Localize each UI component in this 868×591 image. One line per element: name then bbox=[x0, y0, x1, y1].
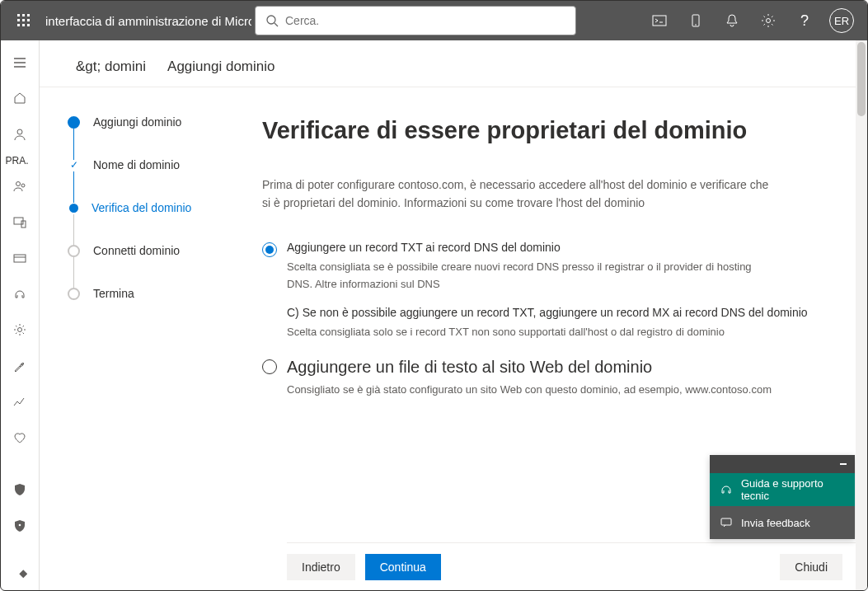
search-box[interactable] bbox=[255, 6, 576, 35]
svg-point-23 bbox=[19, 523, 21, 526]
health-icon[interactable] bbox=[3, 422, 36, 453]
radio-txt-record[interactable] bbox=[262, 242, 277, 257]
help-support-button[interactable]: Guida e supporto tecnic bbox=[710, 473, 855, 506]
svg-rect-4 bbox=[22, 19, 25, 21]
headset-icon bbox=[720, 483, 733, 496]
option-file-title: Aggiungere un file di testo al sito Web … bbox=[287, 358, 826, 377]
all-apps-icon[interactable] bbox=[3, 559, 36, 590]
feedback-icon bbox=[720, 516, 733, 529]
breadcrumb-add-domain[interactable]: Aggiungi dominio bbox=[167, 59, 274, 75]
svg-point-15 bbox=[17, 129, 22, 134]
svg-line-10 bbox=[274, 23, 278, 26]
notifications-icon[interactable] bbox=[714, 1, 750, 40]
shield-icon[interactable] bbox=[3, 475, 36, 506]
svg-rect-20 bbox=[14, 255, 26, 262]
main-area: &gt; domini Aggiungi dominio Aggiungi do… bbox=[40, 40, 867, 590]
close-button[interactable]: Chiudi bbox=[780, 554, 842, 580]
option-mx-title: C) Se non è possibile aggiungere un reco… bbox=[287, 306, 826, 319]
wrench-icon[interactable] bbox=[3, 350, 36, 382]
search-input[interactable] bbox=[285, 14, 565, 27]
svg-point-9 bbox=[267, 16, 275, 24]
svg-rect-8 bbox=[27, 24, 30, 26]
wizard-stepper: Aggiungi dominio ✓ Nome di dominio Verif… bbox=[40, 87, 262, 542]
option-mx-desc: Scelta consigliata solo se i record TXT … bbox=[287, 324, 773, 341]
send-feedback-button[interactable]: Invia feedback bbox=[710, 506, 855, 539]
svg-rect-24 bbox=[19, 570, 27, 579]
svg-rect-6 bbox=[17, 24, 20, 26]
devices-icon[interactable] bbox=[3, 207, 36, 238]
svg-point-13 bbox=[695, 24, 697, 26]
option-file-desc: Consigliato se è già stato configurato u… bbox=[287, 382, 773, 399]
svg-point-16 bbox=[16, 182, 21, 186]
avatar[interactable]: ER bbox=[829, 8, 854, 33]
app-launcher-icon[interactable] bbox=[7, 1, 40, 40]
shield-lock-icon[interactable] bbox=[3, 510, 36, 542]
step-connect-domain[interactable]: Connetti dominio bbox=[68, 244, 246, 287]
billing-icon[interactable] bbox=[3, 242, 36, 274]
brand-label: interfaccia di amministrazione di Micros… bbox=[45, 14, 251, 28]
svg-point-17 bbox=[21, 184, 25, 187]
svg-rect-1 bbox=[22, 14, 25, 16]
top-bar: interfaccia di amministrazione di Micros… bbox=[1, 1, 867, 40]
svg-rect-2 bbox=[27, 14, 30, 16]
nav-menu-icon[interactable] bbox=[3, 47, 36, 78]
step-finish[interactable]: Termina bbox=[68, 287, 246, 300]
svg-point-14 bbox=[767, 19, 771, 23]
svg-rect-7 bbox=[22, 24, 25, 26]
home-icon[interactable] bbox=[3, 83, 36, 115]
option-txt-title: Aggiungere un record TXT ai record DNS d… bbox=[287, 241, 826, 254]
mobile-icon[interactable] bbox=[678, 1, 714, 40]
wizard-footer: Indietro Continua Chiudi bbox=[287, 542, 867, 590]
user-group-icon[interactable] bbox=[3, 171, 36, 202]
help-feedback-panel: Guida e supporto tecnic Invia feedback bbox=[710, 455, 855, 539]
step-verify-domain[interactable]: Verifica del dominio bbox=[68, 201, 246, 244]
option-text-file[interactable]: Aggiungere un file di testo al sito Web … bbox=[262, 358, 826, 399]
breadcrumb: &gt; domini Aggiungi dominio bbox=[40, 40, 867, 87]
settings-icon[interactable] bbox=[750, 1, 786, 40]
help-icon[interactable]: ? bbox=[786, 1, 823, 40]
left-rail: PRA. bbox=[1, 40, 40, 590]
search-icon bbox=[265, 14, 279, 27]
intro-text: Prima di poter configurare contoso.com, … bbox=[262, 176, 773, 213]
option-txt-record[interactable]: Aggiungere un record TXT ai record DNS d… bbox=[262, 241, 826, 293]
svg-rect-0 bbox=[17, 14, 20, 16]
svg-rect-3 bbox=[17, 19, 20, 21]
page-title: Verificare di essere proprietari del dom… bbox=[262, 117, 826, 144]
svg-rect-5 bbox=[27, 19, 30, 21]
support-icon[interactable] bbox=[3, 279, 36, 310]
svg-rect-26 bbox=[721, 518, 731, 525]
radio-text-file[interactable] bbox=[262, 359, 277, 374]
back-button[interactable]: Indietro bbox=[287, 554, 355, 580]
gear-icon[interactable] bbox=[3, 315, 36, 346]
rail-text[interactable]: PRA. bbox=[1, 155, 40, 167]
user-icon[interactable] bbox=[3, 119, 36, 150]
panel-collapse-icon[interactable] bbox=[710, 455, 855, 473]
breadcrumb-domains[interactable]: &gt; domini bbox=[76, 59, 146, 75]
step-add-domain[interactable]: Aggiungi dominio bbox=[68, 115, 246, 158]
option-txt-desc: Scelta consigliata se è possibile creare… bbox=[287, 259, 773, 293]
svg-rect-11 bbox=[653, 16, 666, 26]
continue-button[interactable]: Continua bbox=[365, 554, 441, 580]
svg-point-22 bbox=[18, 328, 22, 332]
scrollbar[interactable] bbox=[856, 40, 867, 590]
reports-icon[interactable] bbox=[3, 387, 36, 418]
shell-console-icon[interactable] bbox=[641, 1, 678, 40]
step-domain-name[interactable]: ✓ Nome di dominio bbox=[68, 158, 246, 201]
